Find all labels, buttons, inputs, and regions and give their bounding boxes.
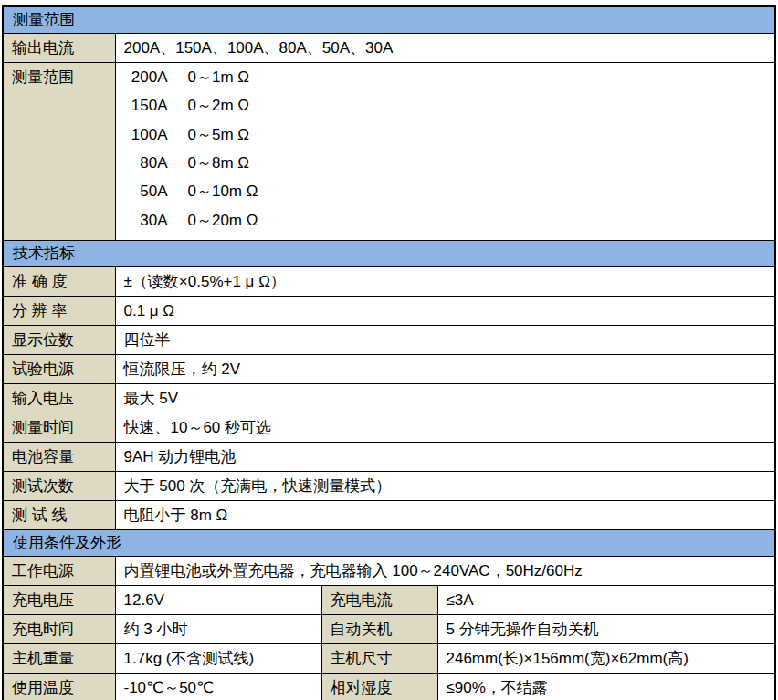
spec-value-battery-capacity: 9AH 动力锂电池 (115, 443, 775, 472)
spec-label-test-count: 测试次数 (3, 472, 115, 501)
spec-table: 测量范围 输出电流 200A、150A、100A、80A、50A、30A 测量范… (2, 5, 776, 700)
spec-value-resolution: 0.1 μ Ω (115, 297, 775, 326)
spec-value-accuracy: ±（读数×0.5%+1 μ Ω） (115, 267, 775, 297)
table-row: 显示位数 四位半 (3, 326, 775, 355)
range-current: 80A (124, 154, 168, 172)
spec-label-measure-time: 测量时间 (3, 413, 115, 443)
range-value: 0～1m Ω (188, 68, 250, 87)
spec-value-operating-temp: -10℃～50℃ (115, 674, 321, 700)
range-current: 200A (124, 68, 168, 87)
table-row: 测量范围 200A0～1m Ω 150A0～2m Ω 100A0～5m Ω 80… (3, 63, 775, 241)
range-line: 30A0～20m Ω (124, 206, 772, 235)
range-current: 50A (124, 183, 168, 201)
spec-label-output-current: 输出电流 (3, 34, 115, 63)
range-line: 80A0～8m Ω (124, 149, 772, 177)
spec-value-host-weight: 1.7kg (不含测试线) (115, 644, 321, 674)
section-header-row: 使用条件及外形 (3, 530, 775, 557)
table-row: 测试次数 大于 500 次（充满电，快速测量模式） (3, 472, 775, 501)
range-value: 0～20m Ω (188, 212, 258, 230)
table-row: 充电时间 约 3 小时 自动关机 5 分钟无操作自动关机 (3, 615, 775, 644)
section-header-row: 测量范围 (3, 6, 775, 34)
spec-label-host-size: 主机尺寸 (321, 644, 437, 674)
spec-value-working-power: 内置锂电池或外置充电器，充电器输入 100～240VAC，50Hz/60Hz (115, 557, 775, 586)
spec-label-auto-shutdown: 自动关机 (321, 615, 437, 644)
table-row: 电池容量 9AH 动力锂电池 (3, 443, 775, 472)
table-row: 输入电压 最大 5V (3, 384, 775, 413)
table-row: 测量时间 快速、10～60 秒可选 (3, 413, 775, 443)
spec-label-charge-time: 充电时间 (3, 615, 115, 644)
spec-value-display-digits: 四位半 (115, 326, 775, 355)
spec-value-measure-range: 200A0～1m Ω 150A0～2m Ω 100A0～5m Ω 80A0～8m… (115, 63, 775, 241)
table-row: 工作电源 内置锂电池或外置充电器，充电器输入 100～240VAC，50Hz/6… (3, 557, 775, 586)
spec-label-input-voltage: 输入电压 (3, 384, 115, 413)
spec-label-host-weight: 主机重量 (3, 644, 115, 674)
spec-label-test-lead: 测 试 线 (3, 501, 115, 530)
section-header-measure-range: 测量范围 (3, 6, 775, 34)
table-row: 准 确 度 ±（读数×0.5%+1 μ Ω） (3, 267, 775, 297)
spec-label-operating-temp: 使用温度 (3, 674, 115, 700)
spec-value-test-lead: 电阻小于 8m Ω (115, 501, 775, 530)
range-value: 0～2m Ω (188, 97, 250, 115)
spec-value-measure-time: 快速、10～60 秒可选 (115, 413, 775, 443)
spec-value-input-voltage: 最大 5V (115, 384, 775, 413)
spec-value-charge-voltage: 12.6V (115, 586, 321, 615)
range-value: 0～10m Ω (188, 183, 258, 201)
section-header-row: 技术指标 (3, 241, 775, 267)
range-current: 30A (124, 212, 168, 230)
section-header-conditions: 使用条件及外形 (3, 530, 775, 557)
spec-label-charge-voltage: 充电电压 (3, 586, 115, 615)
table-row: 输出电流 200A、150A、100A、80A、50A、30A (3, 34, 775, 63)
spec-label-working-power: 工作电源 (3, 557, 115, 586)
spec-label-measure-range: 测量范围 (3, 63, 115, 241)
table-row: 测 试 线 电阻小于 8m Ω (3, 501, 775, 530)
table-row: 分 辨 率 0.1 μ Ω (3, 297, 775, 326)
spec-value-auto-shutdown: 5 分钟无操作自动关机 (437, 615, 775, 644)
spec-value-test-count: 大于 500 次（充满电，快速测量模式） (115, 472, 775, 501)
section-header-tech-spec: 技术指标 (3, 241, 775, 267)
spec-value-host-size: 246mm(长)×156mm(宽)×62mm(高) (437, 644, 775, 674)
spec-value-test-power: 恒流限压，约 2V (115, 355, 775, 384)
spec-label-accuracy: 准 确 度 (3, 267, 115, 297)
table-row: 使用温度 -10℃～50℃ 相对湿度 ≤90%，不结露 (3, 674, 775, 700)
spec-label-display-digits: 显示位数 (3, 326, 115, 355)
range-line: 150A0～2m Ω (124, 91, 772, 120)
spec-value-relative-humidity: ≤90%，不结露 (437, 674, 775, 700)
range-line: 100A0～5m Ω (124, 120, 772, 149)
spec-value-charge-time: 约 3 小时 (115, 615, 321, 644)
table-row: 试验电源 恒流限压，约 2V (3, 355, 775, 384)
spec-label-resolution: 分 辨 率 (3, 297, 115, 326)
table-row: 充电电压 12.6V 充电电流 ≤3A (3, 586, 775, 615)
range-value: 0～8m Ω (188, 154, 250, 172)
range-current: 150A (124, 97, 168, 115)
spec-label-battery-capacity: 电池容量 (3, 443, 115, 472)
spec-label-relative-humidity: 相对湿度 (321, 674, 437, 700)
range-value: 0～5m Ω (188, 126, 250, 144)
range-current: 100A (124, 126, 168, 144)
range-line: 50A0～10m Ω (124, 178, 772, 206)
spec-label-charge-current: 充电电流 (321, 586, 437, 615)
table-row: 主机重量 1.7kg (不含测试线) 主机尺寸 246mm(长)×156mm(宽… (3, 644, 775, 674)
spec-label-test-power: 试验电源 (3, 355, 115, 384)
range-line: 200A0～1m Ω (124, 63, 772, 91)
spec-value-charge-current: ≤3A (437, 586, 775, 615)
spec-value-output-current: 200A、150A、100A、80A、50A、30A (115, 34, 775, 63)
